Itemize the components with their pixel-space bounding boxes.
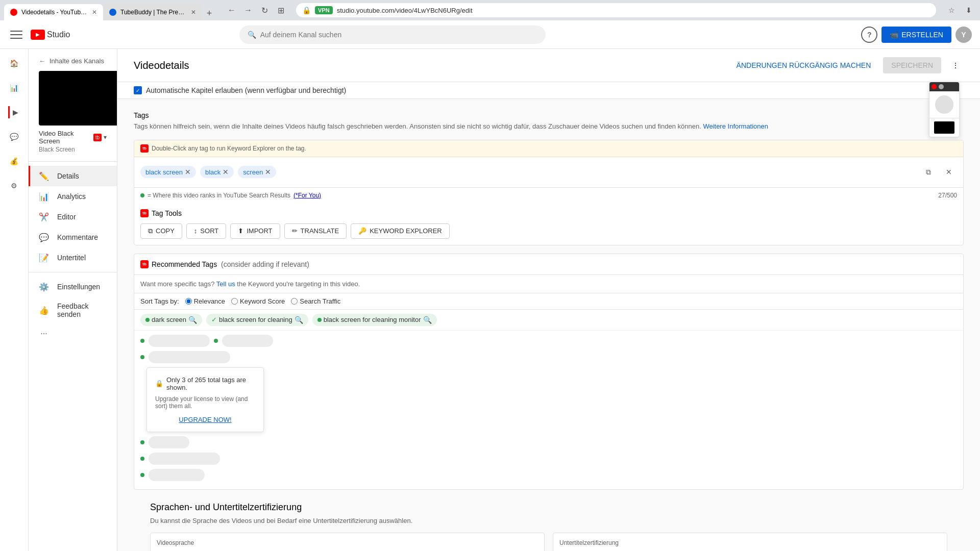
tag-remove-black-screen[interactable]: ✕: [185, 168, 191, 176]
sidebar-icon-comments[interactable]: 💬: [8, 131, 20, 143]
rec-tag-bsfc[interactable]: ✓ black screen for cleaning 🔍: [206, 314, 308, 326]
sidebar-item-label-editor: Editor: [57, 213, 76, 221]
sidebar-item-einstellungen[interactable]: ⚙️ Einstellungen: [29, 277, 117, 297]
tag-pill-black[interactable]: black ✕: [200, 166, 234, 178]
download-btn[interactable]: ⬇: [962, 3, 976, 17]
rec-search-icon-3[interactable]: 🔍: [423, 316, 432, 324]
sidebar-item-analytics[interactable]: 📊 Analytics: [29, 186, 117, 207]
import-button[interactable]: ⬆ IMPORT: [230, 223, 280, 239]
tag-tools-buttons: ⧉ COPY ↕ SORT ⬆ IMPORT ✏: [140, 223, 957, 239]
tags-section: Tags Tags können hilfreich sein, wenn di…: [117, 99, 980, 551]
sidebar-icon-dash[interactable]: 📊: [8, 82, 20, 94]
main-content: Videodetails ÄNDERUNGEN RÜCKGÄNGIG MACHE…: [117, 49, 980, 551]
sidebar-icon-content[interactable]: ▶: [8, 106, 20, 118]
address-bar[interactable]: 🔒 VPN studio.youtube.com/video/4LwYBcN6U…: [296, 3, 936, 17]
sort-traffic-radio[interactable]: [291, 298, 298, 305]
video-status: Black Screen: [39, 146, 107, 153]
clear-tags-icon[interactable]: ✕: [941, 164, 957, 180]
float-black-box-area: [929, 118, 959, 137]
subtitle-cert-input[interactable]: Untertitelzertifizierung: [553, 533, 947, 552]
extensions-button[interactable]: ⊞: [274, 3, 288, 17]
sort-relevance[interactable]: Relevance: [185, 297, 225, 305]
video-title: Video Black Screen: [39, 130, 93, 145]
rec-search-icon-1[interactable]: 🔍: [188, 316, 197, 324]
forward-button[interactable]: →: [241, 3, 255, 17]
back-link[interactable]: ← Inhalte des Kanals: [39, 57, 107, 65]
sidebar-item-kommentare[interactable]: 💬 Kommentare: [29, 227, 117, 247]
sort-keyword-radio[interactable]: [231, 298, 238, 305]
sort-keyword-score[interactable]: Keyword Score: [231, 297, 285, 305]
tab-close-2[interactable]: ✕: [191, 9, 196, 16]
search-bar[interactable]: 🔍: [239, 26, 546, 44]
sidebar-item-editor[interactable]: ✂️ Editor: [29, 207, 117, 227]
rec-tag-dark-screen[interactable]: dark screen 🔍: [140, 314, 202, 326]
app-body: 🏠 📊 ▶ 💬 💰 ⚙ ← Inhalte des Kanals 6:34 Vi…: [0, 49, 980, 551]
page-title: Videodetails: [134, 60, 189, 71]
search-input[interactable]: [260, 31, 537, 39]
user-avatar[interactable]: Y: [955, 27, 972, 43]
sidebar-item-label-analytics: Analytics: [57, 192, 86, 201]
new-tab-button[interactable]: +: [202, 6, 216, 20]
create-button[interactable]: 📹 ERSTELLEN: [881, 27, 951, 43]
browser-tab-inactive[interactable]: TubeBuddy | The Premier ... ✕: [103, 4, 202, 20]
bookmark-btn[interactable]: ☆: [944, 3, 959, 17]
tab-close-1[interactable]: ✕: [92, 9, 97, 16]
translate-button[interactable]: ✏ TRANSLATE: [284, 223, 347, 239]
sidebar-item-untertitel[interactable]: 📝 Untertitel: [29, 247, 117, 268]
save-button[interactable]: SPEICHERN: [883, 57, 941, 73]
sidebar-bottom: ⚙️ Einstellungen 👍 Feedback senden ···: [29, 272, 117, 348]
tag-remove-black[interactable]: ✕: [223, 168, 229, 176]
studio-text: Studio: [47, 30, 70, 39]
more-options-button[interactable]: ⋮: [947, 57, 964, 73]
blur-pill-4a: [149, 453, 220, 465]
help-button[interactable]: ?: [861, 27, 877, 43]
search-icon: 🔍: [248, 31, 256, 39]
sidebar-icon-monetize[interactable]: 💰: [8, 155, 20, 167]
video-language-input[interactable]: Videosprache: [150, 533, 545, 552]
back-button[interactable]: ←: [225, 3, 239, 17]
tell-us-link[interactable]: Tell us: [216, 280, 235, 288]
copy-button[interactable]: ⧉ COPY: [140, 223, 182, 239]
tab-title-2: TubeBuddy | The Premier ...: [120, 9, 187, 16]
rank-link[interactable]: (*For You): [293, 192, 321, 199]
menu-button[interactable]: [8, 27, 24, 43]
sidebar-item-details[interactable]: ✏️ Details: [29, 166, 117, 186]
tag-remove-screen[interactable]: ✕: [265, 168, 271, 176]
sort-button[interactable]: ↕ SORT: [186, 223, 226, 239]
sort-label: Sort Tags by:: [140, 297, 179, 305]
rec-search-icon-2[interactable]: 🔍: [295, 316, 303, 324]
browser-tab-active[interactable]: Videodetails - YouTube St... ✕: [4, 4, 103, 20]
sidebar-icon-settings[interactable]: ⚙: [8, 180, 20, 192]
tags-more-info-link[interactable]: Weitere Informationen: [703, 122, 768, 130]
reload-button[interactable]: ↻: [257, 3, 272, 17]
recommended-tags-row: dark screen 🔍 ✓ black screen for cleanin…: [134, 310, 963, 331]
tag-pill-black-screen[interactable]: black screen ✕: [140, 166, 196, 178]
browser-actions: ☆ ⬇: [944, 3, 976, 17]
rank-text: = Where this video ranks in YouTube Sear…: [148, 192, 290, 199]
sort-relevance-radio[interactable]: [185, 298, 192, 305]
cancel-button[interactable]: ÄNDERUNGEN RÜCKGÄNGIG MACHEN: [730, 57, 877, 73]
rec-tag-bsfcm[interactable]: black screen for cleaning monitor 🔍: [312, 314, 437, 326]
tags-input-area[interactable]: black screen ✕ black ✕ screen ✕ ⧉ ✕: [134, 157, 963, 188]
sort-search-traffic[interactable]: Search Traffic: [291, 297, 340, 305]
recommended-header: tb Recommended Tags (consider adding if …: [134, 254, 963, 275]
back-arrow-icon: ←: [39, 57, 45, 65]
copy-tags-icon[interactable]: ⧉: [920, 164, 937, 180]
browser-chrome: Videodetails - YouTube St... ✕ TubeBuddy…: [0, 0, 980, 20]
blur-pill-1b: [222, 335, 273, 347]
sidebar-item-more[interactable]: ···: [29, 323, 117, 344]
url-text: studio.youtube.com/video/4LwYBcN6URg/edi…: [337, 7, 930, 14]
keyword-explorer-button[interactable]: 🔑 KEYWORD EXPLORER: [351, 223, 450, 239]
tag-text-black: black: [205, 168, 220, 176]
nav-actions: ? 📹 ERSTELLEN Y: [861, 27, 972, 43]
auto-chapter-checkbox[interactable]: ✓: [134, 86, 142, 94]
float-dot-red: [932, 84, 937, 89]
sidebar-item-feedback[interactable]: 👍 Feedback senden: [29, 297, 117, 323]
sort-bar: Sort Tags by: Relevance Keyword Score Se…: [134, 293, 963, 310]
double-click-hint: Double-Click any tag to run Keyword Expl…: [152, 145, 306, 152]
analytics-icon: 📊: [39, 191, 49, 202]
sidebar-icon-home[interactable]: 🏠: [8, 57, 20, 69]
tag-pill-screen[interactable]: screen ✕: [238, 166, 276, 178]
recommended-title: Recommended Tags (consider adding if rel…: [152, 260, 309, 268]
upgrade-now-button[interactable]: UPGRADE NOW!: [155, 416, 255, 423]
